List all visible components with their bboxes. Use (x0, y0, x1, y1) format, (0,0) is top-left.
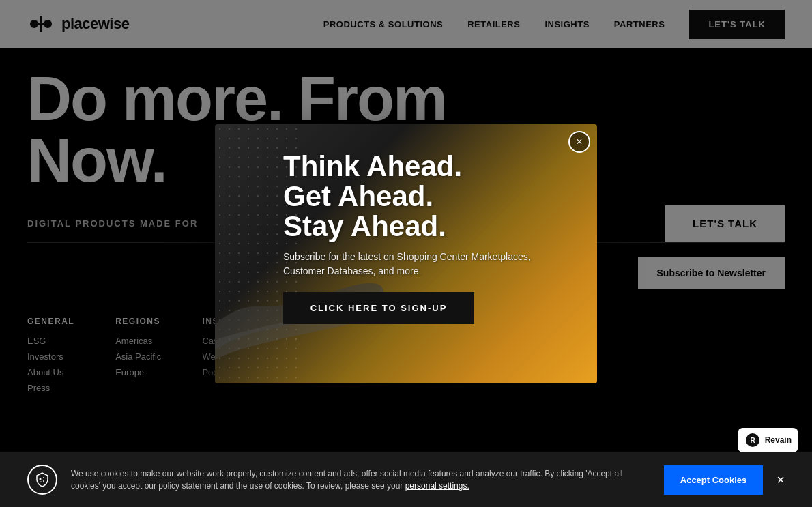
shield-cookie-icon (34, 472, 50, 488)
svg-point-4 (40, 478, 42, 480)
revain-icon: R (744, 432, 761, 448)
cookie-personal-settings-link[interactable]: personal settings. (405, 481, 469, 491)
cookie-text-content: We use cookies to make our website work … (71, 469, 622, 491)
popup-heading: Think Ahead. Get Ahead. Stay Ahead. (283, 151, 563, 242)
cookie-close-button[interactable]: × (777, 472, 785, 488)
cookie-accept-button[interactable]: Accept Cookies (664, 465, 764, 495)
popup-close-button[interactable]: × (568, 131, 590, 153)
popup-description: Subscribe for the latest on Shopping Cen… (283, 250, 563, 278)
cookie-text: We use cookies to make our website work … (71, 467, 650, 492)
popup-heading-line1: Think Ahead. (283, 150, 462, 182)
svg-point-5 (43, 480, 44, 482)
popup-overlay: Think Ahead. Get Ahead. Stay Ahead. Subs… (0, 0, 812, 507)
svg-point-6 (43, 477, 44, 478)
newsletter-popup: Think Ahead. Get Ahead. Stay Ahead. Subs… (215, 124, 597, 383)
cookie-banner: We use cookies to make our website work … (0, 452, 812, 507)
svg-text:R: R (750, 437, 755, 444)
popup-signup-button[interactable]: CLICK HERE TO SIGN-UP (283, 292, 474, 324)
revain-label: Revain (765, 435, 792, 445)
popup-content: Think Ahead. Get Ahead. Stay Ahead. Subs… (283, 151, 563, 324)
revain-badge[interactable]: R Revain (738, 428, 798, 452)
popup-heading-line3: Stay Ahead. (283, 210, 446, 242)
cookie-icon (27, 465, 57, 495)
popup-heading-line2: Get Ahead. (283, 180, 433, 212)
svg-point-7 (40, 481, 41, 482)
